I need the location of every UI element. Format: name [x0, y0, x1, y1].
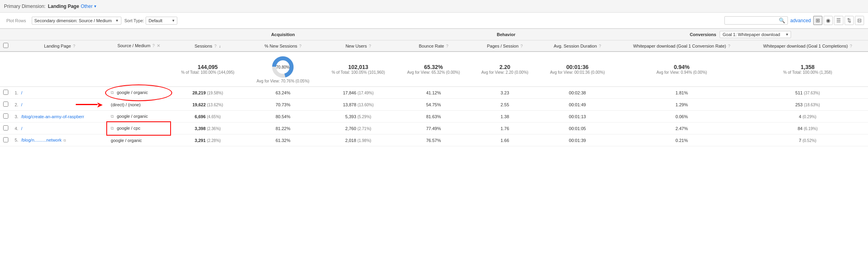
totals-pages-session-sub: Avg for View: 2.20 (0.00%)	[474, 70, 536, 75]
totals-whitepaper-completions-sub: % of Total: 100.00% (1,358)	[751, 70, 865, 75]
new-users-col-header: New Users ?	[321, 40, 396, 52]
row5-sessions: 3,291 (2.28%)	[170, 134, 246, 146]
row5-pages-session: 1.66	[471, 134, 539, 146]
totals-label-col	[12, 52, 170, 87]
row2-num: 2.	[15, 102, 18, 107]
advanced-link[interactable]: advanced	[790, 18, 811, 23]
conversions-label: Conversions	[690, 32, 716, 37]
sort-type-label: Sort Type:	[125, 18, 144, 23]
row5-checkbox-col	[0, 134, 12, 146]
row5-avg-session-duration: 00:01:39	[539, 134, 616, 146]
pct-new-sessions-donut: 70.80%	[271, 55, 295, 79]
row3-new-users-pct: (5.29%)	[357, 115, 371, 119]
row2-sessions: 19,622 (13.62%)	[170, 99, 246, 111]
totals-sessions-value: 144,095	[173, 64, 242, 70]
view-list-button[interactable]: ☰	[834, 16, 843, 25]
sessions-help-icon[interactable]: ?	[214, 44, 217, 48]
row3-new-users: 5,393 (5.29%)	[321, 111, 396, 123]
row2-pages-session: 2.55	[471, 99, 539, 111]
view-compare-button[interactable]: ⇅	[845, 16, 854, 25]
source-medium-close-icon[interactable]: ✕	[157, 43, 160, 48]
goal-select[interactable]: Goal 1: Whitepaper download	[720, 31, 791, 38]
behavior-group-header: Behavior	[396, 29, 616, 40]
pct-new-sessions-header-label: % New Sessions	[265, 44, 298, 48]
whitepaper-cr-help-icon[interactable]: ?	[728, 44, 730, 48]
row3-checkbox-col	[0, 111, 12, 123]
whitepaper-completions-help-icon[interactable]: ?	[850, 44, 852, 48]
other-dropdown[interactable]: Other ▼	[81, 4, 97, 9]
view-donut-button[interactable]: ◉	[824, 16, 833, 25]
row5-landing-page-link[interactable]: /blog/n..........network	[21, 138, 61, 142]
row2-landing-page-link[interactable]: /	[21, 102, 22, 107]
landing-page-help-icon[interactable]: ?	[73, 44, 75, 48]
totals-bounce-rate-sub: Avg for View: 65.32% (0.00%)	[399, 70, 468, 75]
select-all-checkbox[interactable]	[3, 43, 8, 48]
plot-rows-button[interactable]: Plot Rows	[4, 17, 29, 25]
row1-checkbox[interactable]	[3, 90, 8, 95]
row5-sessions-value: 3,291	[195, 138, 206, 143]
checkbox-col-header	[0, 40, 12, 52]
totals-avg-session-duration-sub: Avg for View: 00:01:36 (0.00%)	[542, 70, 613, 75]
row2-checkbox[interactable]	[3, 102, 8, 107]
view-pivot-button[interactable]: ⊟	[855, 16, 864, 25]
source-medium-help-icon[interactable]: ?	[152, 44, 155, 48]
search-icon[interactable]: 🔍	[779, 17, 785, 23]
avg-session-duration-col-header: Avg. Session Duration ?	[539, 40, 616, 52]
pct-new-sessions-help-icon[interactable]: ?	[299, 44, 301, 48]
totals-checkbox-col	[0, 52, 12, 87]
row1-whitepaper-completions: 511 (37.63%)	[747, 87, 868, 99]
row3-landing-page-link[interactable]: /blog/create-an-army-of-raspberr	[21, 114, 84, 119]
row3-sessions-pct: (4.65%)	[207, 115, 221, 119]
row5-source-medium-value: google / organic	[111, 138, 142, 143]
bounce-rate-header-label: Bounce Rate	[419, 44, 444, 48]
row1-landing-page: 1. /	[12, 87, 108, 99]
row4-avg-session-duration: 00:01:05	[539, 123, 616, 134]
pct-new-sessions-col-header: % New Sessions ?	[246, 40, 321, 52]
totals-pct-new-sessions: 70.80% Avg for View: 70.76% (0.05%)	[246, 52, 321, 87]
sort-type-select[interactable]: Default	[146, 17, 177, 25]
whitepaper-cr-col-header: Whitepaper download (Goal 1 Conversion R…	[616, 40, 747, 52]
sessions-sort-arrow-icon[interactable]: ↓	[219, 44, 221, 48]
totals-whitepaper-cr-value: 0.94%	[619, 64, 744, 70]
landing-page-value: Landing Page	[48, 4, 79, 9]
row4-sessions-value: 3,398	[195, 126, 206, 131]
row1-pages-session: 3.23	[471, 87, 539, 99]
row4-checkbox[interactable]	[3, 125, 8, 130]
row1-whitepaper-completions-value: 511	[795, 90, 803, 95]
row1-sessions-pct: (19.58%)	[207, 91, 223, 95]
row5-whitepaper-completions: 7 (0.52%)	[747, 134, 868, 146]
view-icons-group: ⊞ ◉ ☰ ⇅ ⊟	[813, 16, 864, 25]
row3-pct-new-sessions: 80.54%	[246, 111, 321, 123]
row4-landing-page: 4. /	[12, 123, 108, 134]
new-users-help-icon[interactable]: ?	[369, 44, 371, 48]
row1-avg-session-duration: 00:02:38	[539, 87, 616, 99]
row2-checkbox-col	[0, 99, 12, 111]
secondary-dimension-select[interactable]: Secondary dimension: Source / Medium	[32, 17, 121, 25]
bounce-rate-help-icon[interactable]: ?	[446, 44, 448, 48]
row4-landing-page-link[interactable]: /	[21, 126, 22, 131]
row1-source-medium: ⧉ google / organic	[108, 87, 170, 99]
table-row: 2. / (direct) / (none) 19,622 (13.62%) 7…	[0, 99, 868, 111]
row3-sessions: 6,696 (4.65%)	[170, 111, 246, 123]
row1-sessions-value: 28,219	[192, 90, 206, 95]
row3-checkbox[interactable]	[3, 113, 8, 119]
empty-left-header	[12, 29, 170, 40]
row4-bounce-rate: 77.49%	[396, 123, 471, 134]
row1-landing-page-link[interactable]: /	[21, 90, 22, 95]
row5-checkbox[interactable]	[3, 137, 8, 142]
totals-row: 144,095 % of Total: 100.00% (144,095) 70…	[0, 52, 868, 87]
row2-source-medium-value: (direct) / (none)	[111, 102, 140, 107]
avg-session-duration-help-icon[interactable]: ?	[599, 44, 601, 48]
row5-bounce-rate: 76.57%	[396, 134, 471, 146]
totals-sessions-sub: % of Total: 100.00% (144,095)	[173, 70, 242, 75]
view-grid-button[interactable]: ⊞	[813, 16, 822, 25]
bounce-rate-col-header: Bounce Rate ?	[396, 40, 471, 52]
row4-new-users-pct: (2.71%)	[357, 127, 371, 131]
search-input[interactable]	[727, 18, 779, 23]
table-wrapper: Acquisition Behavior Conversions Goal 1:…	[0, 29, 868, 146]
primary-dimension-label: Primary Dimension:	[4, 4, 46, 9]
row1-pct-new-sessions: 63.24%	[246, 87, 321, 99]
pages-session-help-icon[interactable]: ?	[520, 44, 523, 48]
table-row: 1. / ⧉ google / organic 28,219 (19.58%) …	[0, 87, 868, 99]
row2-new-users-value: 13,878	[343, 102, 356, 107]
